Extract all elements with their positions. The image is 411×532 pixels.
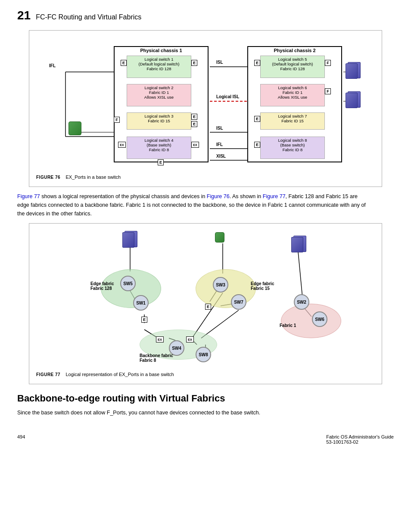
sw6-circle: SW6 [312, 311, 327, 327]
port-ex-ls4-right: EX [191, 142, 199, 148]
figure-76-container: IFL ISL Logical ISL ISL IFL XISL Physica… [29, 30, 382, 187]
isl-top-label: ISL [216, 60, 223, 65]
ls2-box: Logical switch 2 Fabric ID 1 Allows XISL… [127, 84, 191, 106]
port-f-ls6-right: F [325, 88, 331, 94]
sw1-node: SW1 [133, 295, 149, 311]
storage-device-left [68, 121, 81, 135]
ls3-box: Logical switch 3 Fabric ID 15 [127, 112, 191, 130]
xisl-label: XISL [216, 154, 226, 159]
port-e-ls5-left: E [254, 60, 260, 66]
sw5-circle: SW5 [120, 276, 136, 291]
sw2-node: SW2 [294, 294, 309, 310]
chassis-1: Physical chassis 1 Logical switch 1 (Def… [114, 46, 209, 162]
figure-77-container: SW5 SW1 E SW3 E SW7 EX EX SW4 SW8 [29, 223, 382, 384]
port-f-ls5-right: F [325, 60, 331, 66]
port-ex-ls4-left: EX [118, 142, 126, 148]
sw8-circle: SW8 [196, 347, 211, 362]
sw5-node: SW5 [120, 276, 136, 291]
edge-fabric-128-label: Edge fabric Fabric 128 [90, 281, 114, 291]
chapter-number: 21 [17, 9, 31, 22]
server-device-right-mid [346, 93, 358, 108]
chassis-2: Physical chassis 2 Logical switch 5 (Def… [247, 46, 342, 162]
server-device-right-top [346, 63, 358, 79]
sw2-circle: SW2 [294, 294, 309, 310]
port-e-ls7-left: E [254, 116, 260, 122]
port-e-sw1: E [141, 317, 147, 323]
page-number: 494 [17, 434, 25, 445]
body-text-part4: . As shown in [230, 193, 263, 199]
ls6-box: Logical switch 6 Fabric ID 1 Allows XISL… [260, 84, 325, 106]
body-text-part2: shows a logical representation of the ph… [40, 193, 207, 199]
ls5-box: Logical switch 5 (Default logical switch… [260, 56, 325, 78]
port-f-ls3-left: F [114, 117, 120, 123]
page-footer: 494 Fabric OS Administrator's Guide 53-1… [17, 434, 394, 445]
doc-info: Fabric OS Administrator's Guide 53-10017… [326, 434, 394, 445]
server-icon-fabric1 [291, 237, 303, 252]
section-paragraph: Since the base switch does not allow F_P… [17, 408, 371, 417]
figure77-link-1[interactable]: Figure 77 [17, 193, 40, 199]
ls1-box: Logical switch 1 (Default logical switch… [127, 56, 191, 78]
page-header: 21 FC-FC Routing and Virtual Fabrics [17, 9, 394, 22]
ifl2-label: IFL [216, 142, 223, 147]
sw7-node: SW7 [231, 294, 246, 310]
sw6-node: SW6 [312, 311, 327, 327]
ls7-box: Logical switch 7 Fabric ID 15 [260, 112, 325, 130]
port-ex-sw4-left: EX [156, 336, 164, 342]
chassis-2-title: Physical chassis 2 [248, 47, 341, 54]
diagram-77: SW5 SW1 E SW3 E SW7 EX EX SW4 SW8 [36, 230, 375, 368]
sw3-circle: SW3 [213, 277, 228, 292]
figure-77-caption: FIGURE 77 Logical representation of EX_P… [36, 372, 375, 377]
diagram-76: IFL ISL Logical ISL ISL IFL XISL Physica… [36, 37, 375, 171]
body-paragraph: Figure 77 shows a logical representation… [17, 192, 371, 218]
port-e-ls1-right: E [191, 60, 197, 66]
figure76-link[interactable]: Figure 76 [207, 193, 230, 199]
sw1-circle: SW1 [133, 295, 149, 311]
section-heading: Backbone-to-edge routing with Virtual Fa… [17, 393, 394, 404]
port-e-ls8-left: E [254, 142, 260, 148]
figure-76-caption: FIGURE 76 EX_Ports in a base switch [36, 174, 375, 180]
backbone-fabric-label: Backbone fabric Fabric 8 [140, 353, 173, 363]
logical-isl-label: Logical ISL [216, 94, 239, 99]
storage-icon-15 [215, 232, 224, 243]
svg-line-24 [298, 252, 302, 297]
sw8-node: SW8 [196, 347, 211, 362]
ls8-box: Logical switch 8 (Base switch) Fabric ID… [260, 137, 325, 159]
port-ex-sw4-right: EX [186, 336, 194, 342]
figure77-link-2[interactable]: Figure 77 [263, 193, 286, 199]
sw3-node: SW3 [213, 277, 228, 292]
port-e-ls3-right1: E [191, 114, 197, 120]
port-e-ls4-bottom: E [158, 159, 164, 165]
chassis-1-title: Physical chassis 1 [115, 47, 208, 54]
sw7-circle: SW7 [231, 294, 246, 310]
server-icon-128 [122, 232, 134, 248]
edge-fabric-15-label: Edge fabric Fabric 15 [251, 281, 274, 291]
cloud-fabric-1 [281, 304, 341, 338]
fabric1-label: Fabric 1 [280, 323, 296, 328]
chapter-title: FC-FC Routing and Virtual Fabrics [36, 13, 141, 21]
isl-mid-label: ISL [216, 126, 223, 131]
ls4-box: Logical switch 4 (Base switch) Fabric ID… [127, 137, 191, 159]
port-e-ls1-left: E [121, 60, 127, 66]
port-e-ls3-right2: E [191, 121, 197, 127]
port-e-sw7: E [205, 304, 211, 310]
ifl-label: IFL [49, 63, 56, 68]
